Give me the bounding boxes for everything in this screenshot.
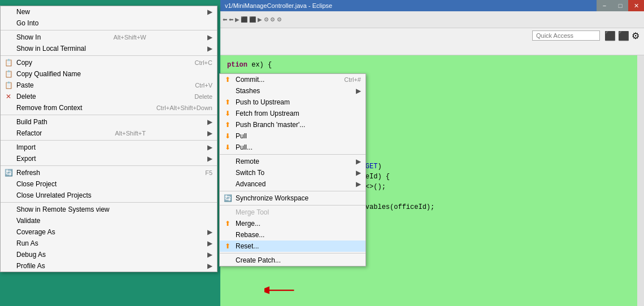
menu-item-refresh[interactable]: 🔄 Refresh F5	[1, 167, 217, 178]
toolbar-icon-2[interactable]: ⬛	[618, 30, 629, 41]
quick-access-input[interactable]	[532, 30, 600, 41]
menu-label-rebase: Rebase...	[236, 231, 264, 239]
menu-label-build-path: Build Path	[16, 118, 47, 126]
menu-item-export[interactable]: Export ▶	[1, 153, 217, 164]
menu-item-advanced[interactable]: Advanced ▶	[220, 178, 365, 190]
menu-item-create-patch[interactable]: Create Patch...	[220, 255, 365, 266]
maximize-button[interactable]: □	[612, 0, 628, 11]
menu-item-go-into[interactable]: Go Into	[1, 18, 217, 29]
paste-icon: 📋	[4, 81, 13, 90]
menu-item-copy[interactable]: 📋 Copy Ctrl+C	[1, 57, 217, 68]
minimize-button[interactable]: −	[597, 0, 612, 11]
menu-label-synchronize: Synchronize Workspace	[236, 194, 308, 202]
red-arrow-indicator	[264, 285, 298, 296]
menu-item-push-upstream[interactable]: ⬆ Push to Upstream	[220, 97, 365, 108]
arrow-run-as: ▶	[207, 239, 212, 247]
toolbar-icon-3[interactable]: ⚙	[632, 30, 639, 41]
shortcut-commit: Ctrl+#	[333, 76, 361, 83]
separator-1	[1, 30, 217, 30]
menu-label-copy-qualified: Copy Qualified Name	[16, 70, 81, 78]
menu-label-advanced: Advanced	[236, 180, 266, 188]
reset-icon: ⬆	[223, 242, 232, 251]
menu-label-run-as: Run As	[16, 239, 38, 247]
menu-label-switch-to: Switch To	[236, 169, 264, 177]
menu-item-push-branch[interactable]: ⬆ Push Branch 'master'...	[220, 119, 365, 130]
git-separator-1	[220, 154, 365, 155]
menu-item-close-project[interactable]: Close Project	[1, 178, 217, 190]
separator-2	[1, 55, 217, 56]
menu-item-stashes[interactable]: Stashes ▶	[220, 85, 365, 97]
menu-item-paste[interactable]: 📋 Paste Ctrl+V	[1, 80, 217, 91]
git-separator-4	[220, 253, 365, 253]
menu-item-fetch-upstream[interactable]: ⬇ Fetch from Upstream	[220, 108, 365, 119]
menu-item-pull[interactable]: ⬇ Pull	[220, 130, 365, 142]
menu-item-synchronize[interactable]: 🔄 Synchronize Workspace	[220, 193, 365, 204]
menu-item-copy-qualified[interactable]: 📋 Copy Qualified Name	[1, 68, 217, 80]
push-branch-icon: ⬆	[223, 120, 232, 129]
menu-label-merge: Merge...	[236, 220, 260, 228]
menu-item-reset[interactable]: ⬆ Reset...	[220, 241, 365, 252]
close-button[interactable]: ✕	[628, 0, 644, 11]
menu-item-commit[interactable]: ⬆ Commit... Ctrl+#	[220, 74, 365, 85]
menu-item-run-as[interactable]: Run As ▶	[1, 238, 217, 249]
push-upstream-icon: ⬆	[223, 98, 232, 107]
menu-item-delete[interactable]: ✕ Delete Delete	[1, 91, 217, 102]
menu-item-remove-context[interactable]: Remove from Context Ctrl+Alt+Shift+Down	[1, 102, 217, 113]
merge-icon: ⬆	[223, 219, 232, 228]
menu-label-create-patch: Create Patch...	[236, 256, 281, 264]
menu-label-validate: Validate	[16, 217, 40, 225]
menu-label-refresh: Refresh	[16, 169, 40, 177]
menu-item-merge-tool[interactable]: Merge Tool	[220, 207, 365, 218]
menu-item-build-path[interactable]: Build Path ▶	[1, 116, 217, 128]
menu-label-import: Import	[16, 143, 36, 151]
menu-item-new[interactable]: New ▶	[1, 6, 217, 18]
arrow-profile-as: ▶	[207, 262, 212, 270]
shortcut-show-in: Alt+Shift+W	[102, 34, 146, 41]
fetch-upstream-icon: ⬇	[223, 109, 232, 118]
menu-item-merge[interactable]: ⬆ Merge...	[220, 218, 365, 229]
separator-3	[1, 115, 217, 115]
menu-label-show-in: Show In	[16, 33, 41, 41]
menu-item-import[interactable]: Import ▶	[1, 142, 217, 153]
menu-label-push-branch: Push Branch 'master'...	[236, 121, 305, 129]
menu-item-profile-as[interactable]: Profile As ▶	[1, 260, 217, 272]
code-line: ption ex) {	[227, 60, 637, 70]
git-separator-3	[220, 205, 365, 206]
menu-item-refactor[interactable]: Refactor Alt+Shift+T ▶	[1, 128, 217, 139]
synchronize-icon: 🔄	[223, 194, 232, 203]
menu-item-remote[interactable]: Remote ▶	[220, 156, 365, 167]
arrow-show-local: ▶	[207, 45, 212, 53]
pull-icon: ⬇	[223, 132, 232, 141]
menu-label-show-remote: Show in Remote Systems view	[16, 206, 110, 213]
commit-icon: ⬆	[223, 75, 232, 84]
menu-label-remote: Remote	[236, 158, 259, 165]
arrow-build-path: ▶	[207, 118, 212, 126]
toolbar-icon-1[interactable]: ⬛	[604, 30, 616, 41]
menu-item-show-in[interactable]: Show In Alt+Shift+W ▶	[1, 32, 217, 43]
quick-access-area: ⬛ ⬛ ⚙	[220, 28, 644, 43]
scrollbar[interactable]	[637, 55, 644, 306]
menu-item-coverage-as[interactable]: Coverage As ▶	[1, 226, 217, 238]
arrow-stashes: ▶	[356, 87, 361, 95]
menu-item-switch-to[interactable]: Switch To ▶	[220, 167, 365, 178]
separator-6	[1, 202, 217, 203]
arrow-icon: ▶	[207, 8, 212, 16]
context-menu-left: New ▶ Go Into Show In Alt+Shift+W ▶ Show…	[0, 6, 217, 272]
arrow-advanced: ▶	[356, 180, 361, 188]
menu-label-delete: Delete	[16, 93, 36, 100]
menu-label-copy: Copy	[16, 59, 32, 67]
menu-item-validate[interactable]: Validate	[1, 215, 217, 226]
shortcut-paste: Ctrl+V	[184, 82, 212, 89]
menu-label-stashes: Stashes	[236, 87, 260, 95]
menu-item-debug-as[interactable]: Debug As ▶	[1, 249, 217, 260]
menu-item-rebase[interactable]: Rebase...	[220, 229, 365, 241]
arrow-import: ▶	[207, 143, 212, 151]
separator-5	[1, 165, 217, 166]
window-controls: − □ ✕	[597, 0, 644, 11]
menu-item-close-unrelated[interactable]: Close Unrelated Projects	[1, 190, 217, 201]
arrow-coverage-as: ▶	[207, 228, 212, 236]
shortcut-refresh: F5	[194, 169, 212, 176]
menu-item-show-remote[interactable]: Show in Remote Systems view	[1, 204, 217, 215]
menu-item-show-local[interactable]: Show in Local Terminal ▶	[1, 43, 217, 54]
menu-item-pull-dots[interactable]: ⬇ Pull...	[220, 142, 365, 153]
